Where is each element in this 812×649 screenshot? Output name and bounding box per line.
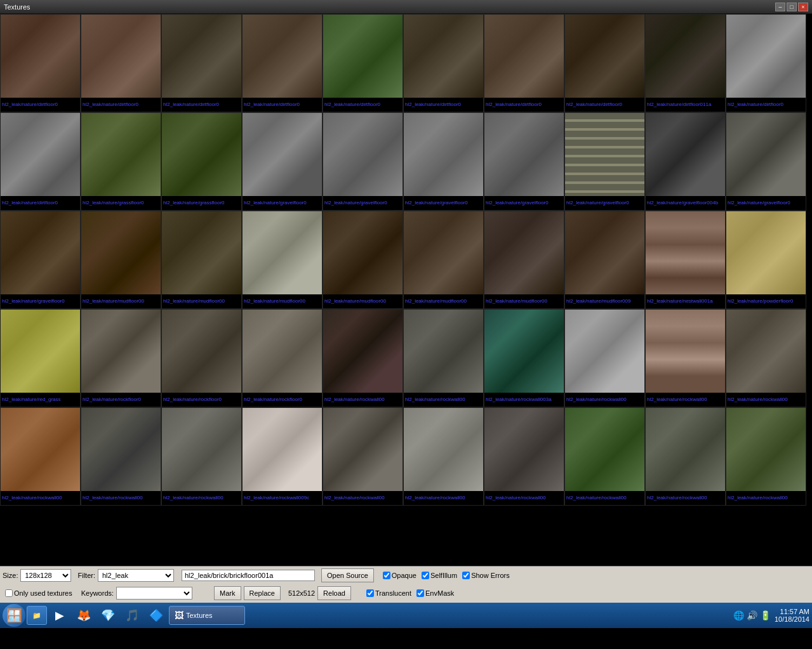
texture-cell-34[interactable]: hl2_leak/nature/rockwall00	[323, 309, 403, 407]
texture-cell-18[interactable]: hl2_leak/nature/gravelfloor004b	[645, 112, 726, 211]
texture-cell-43[interactable]: hl2_leak/nature/rockwall009c	[242, 407, 323, 506]
taskbar-media[interactable]: ▶	[48, 604, 71, 627]
texture-cell-6[interactable]: hl2_leak/nature/dirtfloor0	[484, 14, 564, 112]
texture-cell-39[interactable]: hl2_leak/nature/rockwall00	[726, 309, 806, 407]
close-button[interactable]: ×	[798, 3, 808, 11]
texture-label-15: hl2_leak/nature/gravelfloor0	[404, 196, 483, 210]
texture-cell-48[interactable]: hl2_leak/nature/rockwall00	[645, 407, 726, 506]
texture-thumb-15	[404, 113, 483, 196]
texture-cell-3[interactable]: hl2_leak/nature/dirtfloor0	[242, 14, 323, 112]
texture-cell-25[interactable]: hl2_leak/nature/mudfloor00	[403, 211, 484, 309]
texture-cell-29[interactable]: hl2_leak/nature/powderfloor0	[726, 211, 806, 309]
texture-cell-26[interactable]: hl2_leak/nature/mudfloor00	[484, 211, 564, 309]
texture-label-47: hl2_leak/nature/rockwall00	[565, 491, 644, 505]
texture-cell-45[interactable]: hl2_leak/nature/rockwall00	[403, 407, 484, 506]
texture-label-13: hl2_leak/nature/gravelfloor0	[243, 196, 322, 210]
texture-label-27: hl2_leak/nature/mudfloor009	[565, 294, 644, 308]
texture-cell-10[interactable]: hl2_leak/nature/dirtfloor0	[0, 112, 81, 211]
texture-cell-15[interactable]: hl2_leak/nature/gravelfloor0	[403, 112, 484, 211]
texture-cell-36[interactable]: hl2_leak/nature/rockwall003a	[484, 309, 564, 407]
texture-cell-32[interactable]: hl2_leak/nature/rockfloor0	[161, 309, 242, 407]
keywords-select[interactable]	[116, 587, 192, 600]
texture-cell-2[interactable]: hl2_leak/nature/dirtfloor0	[161, 14, 242, 112]
texture-cell-33[interactable]: hl2_leak/nature/rockfloor0	[242, 309, 323, 407]
texture-thumb-7	[565, 15, 644, 98]
texture-cell-24[interactable]: hl2_leak/nature/mudfloor00	[323, 211, 403, 309]
selfillum-checkbox[interactable]	[422, 572, 429, 579]
taskbar-app7[interactable]: 🔷	[145, 604, 168, 627]
open-source-button[interactable]: Open Source	[321, 568, 374, 582]
texture-cell-7[interactable]: hl2_leak/nature/dirtfloor0	[564, 14, 645, 112]
mark-button[interactable]: Mark	[214, 586, 241, 600]
texture-cell-27[interactable]: hl2_leak/nature/mudfloor009	[564, 211, 645, 309]
texture-cell-31[interactable]: hl2_leak/nature/rockfloor0	[81, 309, 161, 407]
texture-cell-20[interactable]: hl2_leak/nature/gravelfloor0	[0, 211, 81, 309]
maximize-button[interactable]: □	[787, 3, 797, 11]
envmask-label: EnvMask	[425, 589, 454, 597]
show-errors-checkbox[interactable]	[462, 572, 470, 579]
texture-cell-1[interactable]: hl2_leak/nature/dirtfloor0	[81, 14, 161, 112]
texture-cell-30[interactable]: hl2_leak/nature/red_grass	[0, 309, 81, 407]
texture-label-34: hl2_leak/nature/rockwall00	[323, 393, 403, 407]
texture-cell-12[interactable]: hl2_leak/nature/grassfloor0	[161, 112, 242, 211]
texture-cell-22[interactable]: hl2_leak/nature/mudfloor00	[161, 211, 242, 309]
texture-cell-23[interactable]: hl2_leak/nature/mudfloor00	[242, 211, 323, 309]
selfillum-group: SelfIllum	[422, 572, 457, 579]
texture-cell-37[interactable]: hl2_leak/nature/rockwall00	[564, 309, 645, 407]
texture-cell-8[interactable]: hl2_leak/nature/dirtfloor011a	[645, 14, 726, 112]
texture-thumb-47	[565, 408, 644, 491]
texture-cell-14[interactable]: hl2_leak/nature/gravelfloor0	[323, 112, 403, 211]
filter-select[interactable]: hl2_leak	[98, 569, 174, 582]
envmask-checkbox[interactable]	[416, 589, 424, 597]
texture-cell-38[interactable]: hl2_leak/nature/rockwall00	[645, 309, 726, 407]
taskbar-audio[interactable]: 🎵	[121, 604, 143, 627]
texture-cell-41[interactable]: hl2_leak/nature/rockwall00	[81, 407, 161, 506]
texture-thumb-44	[323, 408, 403, 491]
opaque-checkbox[interactable]	[383, 572, 390, 579]
texture-cell-42[interactable]: hl2_leak/nature/rockwall00	[161, 407, 242, 506]
texture-label-10: hl2_leak/nature/dirtfloor0	[1, 196, 80, 210]
opaque-label: Opaque	[392, 572, 416, 579]
texture-cell-47[interactable]: hl2_leak/nature/rockwall00	[564, 407, 645, 506]
texture-thumb-13	[243, 113, 322, 196]
texture-label-36: hl2_leak/nature/rockwall003a	[484, 393, 564, 407]
texture-cell-9[interactable]: hl2_leak/nature/dirtfloor0	[726, 14, 806, 112]
start-button[interactable]: 🪟	[3, 604, 25, 627]
texture-thumb-4	[323, 15, 403, 98]
texture-cell-49[interactable]: hl2_leak/nature/rockwall00	[726, 407, 806, 506]
minimize-button[interactable]: –	[775, 3, 785, 11]
taskbar-firefox[interactable]: 🦊	[72, 604, 95, 627]
texture-cell-21[interactable]: hl2_leak/nature/mudfloor00	[81, 211, 161, 309]
texture-thumb-34	[323, 310, 403, 393]
texture-label-22: hl2_leak/nature/mudfloor00	[162, 294, 241, 308]
texture-cell-5[interactable]: hl2_leak/nature/dirtfloor0	[403, 14, 484, 112]
texture-cell-19[interactable]: hl2_leak/nature/gravelfloor0	[726, 112, 806, 211]
taskbar-app-explorer[interactable]: 📁	[27, 606, 47, 625]
reload-button[interactable]: Reload	[317, 586, 351, 600]
texture-label-20: hl2_leak/nature/gravelfloor0	[1, 294, 80, 308]
texture-label-37: hl2_leak/nature/rockwall00	[565, 393, 644, 407]
texture-cell-17[interactable]: hl2_leak/nature/gravelfloor0	[564, 112, 645, 211]
texture-label-9: hl2_leak/nature/dirtfloor0	[726, 98, 806, 112]
taskbar-steam[interactable]: 💎	[97, 604, 119, 627]
replace-button[interactable]: Replace	[244, 586, 281, 600]
texture-cell-4[interactable]: hl2_leak/nature/dirtfloor0	[323, 14, 403, 112]
texture-cell-46[interactable]: hl2_leak/nature/rockwall00	[484, 407, 564, 506]
texture-cell-16[interactable]: hl2_leak/nature/gravelfloor0	[484, 112, 564, 211]
texture-thumb-18	[646, 113, 725, 196]
taskbar-textures-app[interactable]: 🖼 Textures	[169, 606, 245, 625]
texture-cell-44[interactable]: hl2_leak/nature/rockwall00	[323, 407, 403, 506]
texture-label-26: hl2_leak/nature/mudfloor00	[484, 294, 564, 308]
texture-cell-28[interactable]: hl2_leak/nature/nestwall001a	[645, 211, 726, 309]
texture-cell-0[interactable]: hl2_leak/nature/dirtfloor0	[0, 14, 81, 112]
texture-cell-40[interactable]: hl2_leak/nature/rockwall00	[0, 407, 81, 506]
clock-date: 10/18/2014	[775, 615, 809, 623]
size-select[interactable]: 128x128 64x64 256x256 512x512	[20, 569, 71, 582]
only-used-checkbox[interactable]	[5, 589, 13, 597]
texture-cell-13[interactable]: hl2_leak/nature/gravelfloor0	[242, 112, 323, 211]
texture-label-8: hl2_leak/nature/dirtfloor011a	[646, 98, 725, 112]
texture-label-32: hl2_leak/nature/rockfloor0	[162, 393, 241, 407]
texture-cell-11[interactable]: hl2_leak/nature/grassfloor0	[81, 112, 161, 211]
texture-cell-35[interactable]: hl2_leak/nature/rockwall00	[403, 309, 484, 407]
translucent-checkbox[interactable]	[366, 589, 374, 597]
